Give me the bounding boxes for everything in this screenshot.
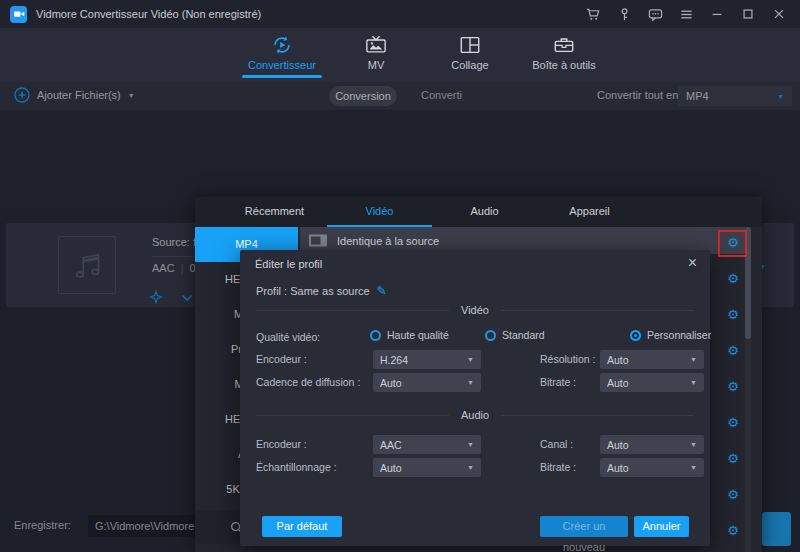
select-value: Auto bbox=[607, 377, 690, 389]
chevron-down-icon: ▼ bbox=[467, 356, 474, 363]
profile-settings-gear-icon[interactable]: ⚙ bbox=[725, 271, 741, 287]
select-value: H.264 bbox=[380, 354, 467, 366]
tab-boite-a-outils[interactable]: Boîte à outils bbox=[520, 34, 608, 82]
framerate-select[interactable]: Auto ▼ bbox=[373, 373, 481, 392]
quality-label: Qualité vidéo: bbox=[256, 331, 320, 343]
chevron-down-icon: ▼ bbox=[467, 379, 474, 386]
tab-video[interactable]: Vidéo bbox=[327, 197, 432, 227]
app-window: Vidmore Convertisseur Vidéo (Non enregis… bbox=[0, 0, 800, 552]
profile-gear-column: ⚙ ⚙ ⚙ ⚙ ⚙ ⚙ ⚙ ⚙ ⚙ bbox=[725, 235, 741, 539]
radio-label: Haute qualité bbox=[387, 329, 449, 341]
sample-rate-select[interactable]: Auto ▼ bbox=[373, 458, 481, 477]
main-nav: Convertisseur MV Collage Boîte à outils bbox=[0, 28, 800, 82]
profile-name-label: Profil : Same as source bbox=[256, 285, 370, 297]
tab-label: Boîte à outils bbox=[532, 59, 596, 71]
radio-dot bbox=[630, 330, 641, 341]
radio-personnaliser[interactable]: Personnaliser bbox=[630, 329, 711, 341]
radio-dot bbox=[485, 330, 496, 341]
tab-audio[interactable]: Audio bbox=[432, 197, 537, 227]
framerate-label: Cadence de diffusion : bbox=[256, 376, 360, 388]
profile-settings-gear-icon[interactable]: ⚙ bbox=[725, 307, 741, 323]
sample-rate-label: Échantillonnage : bbox=[256, 461, 337, 473]
profile-settings-gear-icon[interactable]: ⚙ bbox=[725, 487, 741, 503]
audio-bitrate-select[interactable]: Auto ▼ bbox=[600, 458, 704, 477]
edit-profile-name-pencil-icon[interactable]: ✎ bbox=[377, 284, 387, 298]
select-value: Auto bbox=[607, 354, 690, 366]
tab-appareil[interactable]: Appareil bbox=[537, 197, 642, 227]
register-key-icon[interactable] bbox=[613, 5, 635, 23]
channel-select[interactable]: Auto ▼ bbox=[600, 435, 704, 454]
profile-list-scrollbar[interactable] bbox=[745, 227, 751, 552]
audio-section-header: Audio bbox=[256, 409, 694, 421]
resolution-select[interactable]: Auto ▼ bbox=[600, 350, 704, 369]
resolution-label: Résolution : bbox=[540, 353, 595, 365]
tab-convertisseur[interactable]: Convertisseur bbox=[238, 34, 326, 82]
minimize-button[interactable] bbox=[706, 5, 728, 23]
profile-item-label: Identique à la source bbox=[337, 235, 439, 247]
chevron-down-icon: ▼ bbox=[467, 464, 474, 471]
audio-bitrate-label: Bitrate : bbox=[540, 461, 576, 473]
audio-encoder-select[interactable]: AAC ▼ bbox=[373, 435, 481, 454]
radio-dot bbox=[370, 330, 381, 341]
section-label: Audio bbox=[461, 409, 489, 421]
select-value: Auto bbox=[380, 462, 467, 474]
radio-label: Standard bbox=[502, 329, 545, 341]
profile-settings-gear-icon[interactable]: ⚙ bbox=[725, 415, 741, 431]
active-tab-underline bbox=[242, 75, 322, 78]
select-value: Auto bbox=[607, 439, 690, 451]
window-title: Vidmore Convertisseur Vidéo (Non enregis… bbox=[36, 8, 261, 20]
close-button[interactable] bbox=[768, 5, 790, 23]
channel-label: Canal : bbox=[540, 438, 573, 450]
profile-panel-tabs: Récemment Vidéo Audio Appareil bbox=[195, 197, 762, 227]
menu-icon[interactable] bbox=[675, 5, 697, 23]
chevron-down-icon: ▼ bbox=[690, 441, 697, 448]
tab-recemment[interactable]: Récemment bbox=[222, 197, 327, 227]
radio-haute-qualite[interactable]: Haute qualité bbox=[370, 329, 449, 341]
video-bitrate-select[interactable]: Auto ▼ bbox=[600, 373, 704, 392]
tab-label: MV bbox=[368, 59, 385, 71]
titlebar: Vidmore Convertisseur Vidéo (Non enregis… bbox=[0, 0, 800, 28]
create-new-button[interactable]: Créer un nouveau bbox=[540, 516, 628, 537]
maximize-button[interactable] bbox=[737, 5, 759, 23]
chevron-down-icon: ▼ bbox=[690, 464, 697, 471]
video-encoder-select[interactable]: H.264 ▼ bbox=[373, 350, 481, 369]
radio-standard[interactable]: Standard bbox=[485, 329, 545, 341]
edit-profile-dialog: Éditer le profil × Profil : Same as sour… bbox=[240, 250, 710, 546]
dialog-close-icon[interactable]: × bbox=[688, 254, 697, 272]
chevron-down-icon: ▼ bbox=[467, 441, 474, 448]
tab-mv[interactable]: MV bbox=[332, 34, 420, 82]
radio-label: Personnaliser bbox=[647, 329, 711, 341]
tab-collage[interactable]: Collage bbox=[426, 34, 514, 82]
tab-label: Collage bbox=[451, 59, 488, 71]
annotation-highlight-box bbox=[718, 230, 747, 257]
dialog-title: Éditer le profil bbox=[255, 258, 322, 270]
cancel-button[interactable]: Annuler bbox=[634, 516, 689, 537]
profile-settings-gear-icon[interactable]: ⚙ bbox=[725, 343, 741, 359]
section-label: Vidéo bbox=[461, 304, 489, 316]
audio-encoder-label: Encodeur : bbox=[256, 438, 307, 450]
select-value: AAC bbox=[380, 439, 467, 451]
profile-settings-gear-icon[interactable]: ⚙ bbox=[725, 523, 741, 539]
profile-settings-gear-icon[interactable]: ⚙ bbox=[725, 451, 741, 467]
tab-label: Convertisseur bbox=[248, 59, 316, 71]
select-value: Auto bbox=[607, 462, 690, 474]
app-logo-icon bbox=[10, 6, 27, 23]
chevron-down-icon: ▼ bbox=[690, 356, 697, 363]
select-value: Auto bbox=[380, 377, 467, 389]
default-button[interactable]: Par défaut bbox=[262, 516, 342, 537]
feedback-icon[interactable] bbox=[644, 5, 666, 23]
profile-thumb-icon bbox=[308, 233, 328, 248]
video-section-header: Vidéo bbox=[256, 304, 694, 316]
video-encoder-label: Encodeur : bbox=[256, 353, 307, 365]
chevron-down-icon: ▼ bbox=[690, 379, 697, 386]
cart-icon[interactable] bbox=[582, 5, 604, 23]
video-bitrate-label: Bitrate : bbox=[540, 376, 576, 388]
profile-settings-gear-icon[interactable]: ⚙ bbox=[725, 379, 741, 395]
